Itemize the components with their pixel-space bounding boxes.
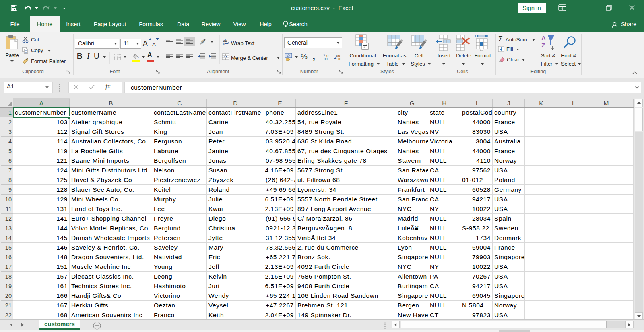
svg-text:A: A [541, 35, 546, 41]
svg-text:ab: ab [200, 39, 206, 45]
svg-text:.00: .00 [323, 57, 328, 61]
svg-text:.0: .0 [337, 57, 340, 61]
svg-text:c: c [223, 42, 225, 45]
svg-text:Z: Z [541, 42, 545, 49]
